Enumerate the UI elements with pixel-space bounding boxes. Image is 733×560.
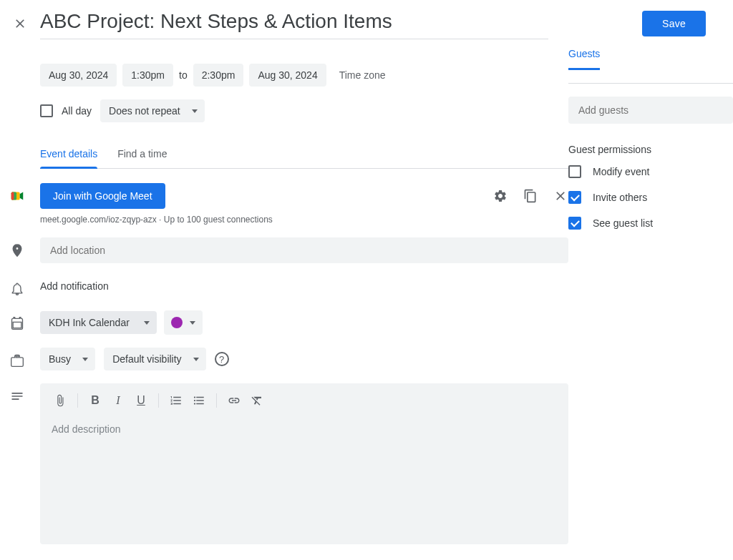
chevron-down-icon <box>190 321 195 325</box>
clear-formatting-button[interactable] <box>246 389 268 412</box>
busy-dropdown[interactable]: Busy <box>40 348 95 370</box>
busy-label: Busy <box>49 353 71 365</box>
close-icon <box>13 16 27 31</box>
location-icon <box>9 242 26 259</box>
bulleted-list-icon <box>193 394 205 407</box>
calendar-name: KDH Ink Calendar <box>49 317 130 328</box>
to-label: to <box>179 69 188 81</box>
close-icon <box>553 189 568 203</box>
meet-settings-button[interactable] <box>492 188 508 204</box>
link-button[interactable] <box>223 389 246 412</box>
modify-event-label: Modify event <box>593 166 649 177</box>
description-box[interactable]: B I U <box>40 383 568 544</box>
chevron-down-icon <box>192 109 198 113</box>
color-dot <box>171 317 183 328</box>
visibility-dropdown[interactable]: Default visibility <box>104 348 205 370</box>
meet-link-text: meet.google.com/ioz-zqyp-azx · Up to 100… <box>40 215 568 225</box>
allday-checkbox[interactable] <box>40 104 53 117</box>
remove-meet-button[interactable] <box>553 188 568 204</box>
notification-icon <box>9 280 26 298</box>
location-input[interactable] <box>40 237 568 263</box>
numbered-list-button[interactable] <box>165 389 188 412</box>
gear-icon <box>493 189 508 203</box>
attachment-button[interactable] <box>49 389 72 412</box>
tab-guests[interactable]: Guests <box>568 42 600 70</box>
visibility-label: Default visibility <box>112 353 181 365</box>
repeat-dropdown[interactable]: Does not repeat <box>100 99 205 122</box>
repeat-label: Does not repeat <box>109 105 180 117</box>
calendar-dropdown[interactable]: KDH Ink Calendar <box>40 311 157 334</box>
color-dropdown[interactable] <box>164 310 203 335</box>
bold-button[interactable]: B <box>84 389 107 412</box>
modify-event-checkbox[interactable] <box>568 165 581 178</box>
add-notification-link[interactable]: Add notification <box>40 276 568 296</box>
copy-icon <box>523 189 538 203</box>
description-placeholder: Add description <box>40 418 568 441</box>
tab-event-details[interactable]: Event details <box>40 142 97 168</box>
italic-button[interactable]: I <box>107 389 130 412</box>
description-icon <box>9 388 26 405</box>
see-guest-list-checkbox[interactable] <box>568 217 581 230</box>
invite-others-label: Invite others <box>593 192 647 203</box>
save-button[interactable]: Save <box>642 11 706 36</box>
start-date-chip[interactable]: Aug 30, 2024 <box>40 64 117 87</box>
calendar-icon <box>9 315 26 332</box>
briefcase-icon <box>9 352 26 369</box>
attachment-icon <box>54 394 67 407</box>
guest-permissions-title: Guest permissions <box>568 144 733 155</box>
chevron-down-icon <box>193 358 199 361</box>
event-title-input[interactable] <box>40 7 548 39</box>
chevron-down-icon <box>82 358 88 361</box>
see-guest-list-label: See guest list <box>593 217 653 229</box>
guests-input[interactable] <box>568 97 733 124</box>
end-date-chip[interactable]: Aug 30, 2024 <box>249 64 326 87</box>
clear-format-icon <box>251 394 263 407</box>
svg-rect-2 <box>11 192 14 200</box>
help-button[interactable]: ? <box>215 352 229 366</box>
timezone-link[interactable]: Time zone <box>339 69 386 81</box>
chevron-down-icon <box>144 321 150 325</box>
close-button[interactable] <box>11 15 29 32</box>
underline-button[interactable]: U <box>130 389 152 412</box>
bulleted-list-button[interactable] <box>188 389 210 412</box>
video-meet-icon <box>9 187 26 205</box>
question-icon: ? <box>219 354 224 365</box>
allday-label: All day <box>62 105 92 117</box>
tab-find-a-time[interactable]: Find a time <box>117 142 167 168</box>
numbered-list-icon <box>170 394 183 407</box>
end-time-chip[interactable]: 2:30pm <box>193 64 244 87</box>
invite-others-checkbox[interactable] <box>568 191 581 204</box>
link-icon <box>228 394 241 407</box>
start-time-chip[interactable]: 1:30pm <box>122 64 173 87</box>
copy-meet-button[interactable] <box>523 188 538 204</box>
join-meet-button[interactable]: Join with Google Meet <box>40 183 165 209</box>
